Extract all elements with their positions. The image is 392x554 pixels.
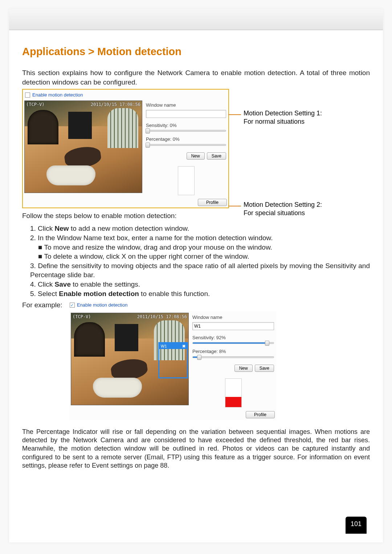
enable-motion-label-example: Enable motion detection — [77, 302, 127, 308]
page-number: 101 — [346, 517, 367, 534]
sensitivity-label: Sensitivity: 92% — [192, 335, 274, 341]
motion-detection-panel-1: Enable motion detection (TCP-V) 2011/10/… — [22, 89, 229, 208]
enable-motion-label: Enable motion detection — [32, 92, 83, 98]
camera-overlay-label: (TCP-V) — [26, 102, 45, 107]
for-example-label: For example: — [22, 300, 62, 310]
sensitivity-slider[interactable] — [192, 342, 274, 344]
window-name-label: Window name — [192, 314, 274, 321]
new-button[interactable]: New — [234, 365, 253, 372]
window-name-input[interactable] — [192, 322, 274, 330]
step-1: 1. Click New to add a new motion detecti… — [30, 224, 370, 233]
step-3: 3. Define the sensitivity to moving obje… — [30, 261, 370, 280]
motion-window-w1[interactable]: W1 ✖ — [158, 342, 188, 378]
percentage-indicator — [178, 166, 195, 195]
profile-button[interactable]: Profile — [198, 199, 227, 206]
callout-setting-2: Motion Detection Setting 2: For special … — [244, 201, 322, 217]
enable-motion-checkbox-example[interactable]: ✓ — [70, 303, 75, 308]
window-name-label: Window name — [146, 102, 226, 108]
percentage-slider[interactable] — [146, 144, 226, 146]
profile-button[interactable]: Profile — [246, 411, 275, 418]
settings-column: Window name Sensitivity: 0% — [145, 100, 227, 197]
save-button[interactable]: Save — [207, 152, 226, 160]
percentage-label: Percentage: 8% — [192, 348, 274, 355]
page-header-bar — [9, 9, 383, 30]
camera-preview[interactable]: (TCP-V) 2011/10/15 17:08:56 — [24, 100, 142, 193]
enable-motion-checkbox[interactable] — [25, 93, 30, 98]
step-5: 5. Select Enable motion detection to ena… — [30, 289, 370, 299]
settings-column-example: Window name Sensitivity: 92% — [192, 313, 275, 409]
save-button[interactable]: Save — [255, 365, 274, 372]
instruction-list: 1. Click New to add a new motion detecti… — [22, 224, 370, 298]
window-name-input[interactable] — [146, 110, 226, 118]
closing-paragraph: The Percentage Indicator will rise or fa… — [22, 428, 370, 470]
motion-window-title: W1 — [161, 343, 167, 349]
step-4: 4. Click Save to enable the settings. — [30, 280, 370, 289]
motion-detection-panel-2: (TCP-V) 2011/10/15 17:08:56 W1 ✖ Window … — [69, 311, 276, 420]
sensitivity-label: Sensitivity: 0% — [146, 122, 226, 129]
camera-overlay-timestamp: 2011/10/15 17:08:56 — [91, 102, 140, 107]
close-icon[interactable]: ✖ — [182, 343, 185, 349]
section-title: Applications > Motion detection — [22, 45, 370, 59]
percentage-slider[interactable] — [192, 356, 274, 358]
step-2b: ■ To delete a window, click X on the upp… — [38, 252, 370, 261]
new-button[interactable]: New — [187, 152, 205, 160]
callout-line-2 — [228, 206, 241, 206]
callout-line-1 — [228, 114, 241, 115]
camera-overlay-label: (TCP-V) — [73, 314, 91, 320]
step-2: 2. In the Window Name text box, enter a … — [30, 233, 370, 243]
intro-paragraph: This section explains how to configure t… — [22, 68, 370, 87]
sensitivity-slider[interactable] — [146, 130, 226, 132]
percentage-label: Percentage: 0% — [146, 136, 226, 143]
step-2a: ■ To move and resize the window, drag an… — [38, 243, 370, 252]
callout-setting-1: Motion Detection Setting 1: For normal s… — [244, 109, 322, 126]
percentage-indicator — [225, 378, 242, 407]
camera-preview-example[interactable]: (TCP-V) 2011/10/15 17:08:56 W1 ✖ — [71, 313, 189, 405]
camera-overlay-timestamp: 2011/10/15 17:08:56 — [137, 314, 187, 320]
